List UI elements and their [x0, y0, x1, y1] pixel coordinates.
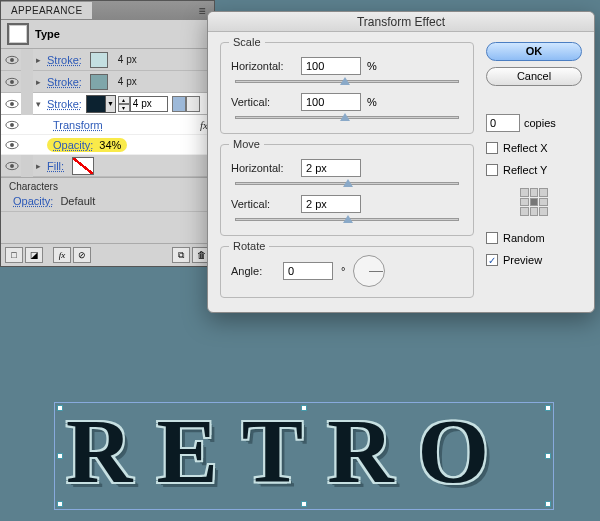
move-legend: Move [229, 138, 264, 150]
stroke-swatch[interactable] [90, 74, 108, 90]
move-h-label: Horizontal: [231, 162, 301, 174]
handle-top-left[interactable] [57, 405, 63, 411]
step-up-icon[interactable]: ▴ [118, 96, 130, 104]
new-fill-button[interactable]: ◪ [25, 247, 43, 263]
stroke-cap-buttons[interactable] [172, 96, 200, 112]
visibility-icon[interactable] [3, 157, 21, 175]
type-header: Type [1, 20, 214, 49]
opacity-value: 34% [99, 139, 121, 151]
stroke-label[interactable]: Stroke: [43, 76, 86, 88]
move-v-slider[interactable] [235, 215, 459, 225]
handle-top-right[interactable] [545, 405, 551, 411]
expand-arrow-icon[interactable]: ▸ [33, 77, 43, 87]
duplicate-button[interactable]: ⧉ [172, 247, 190, 263]
visibility-icon[interactable] [3, 51, 21, 69]
handle-mid-right[interactable] [545, 453, 551, 459]
preview-checkbox[interactable]: ✓ [486, 254, 498, 266]
expand-arrow-icon[interactable]: ▸ [33, 55, 43, 65]
tab-appearance[interactable]: APPEARANCE [1, 2, 92, 19]
scale-v-label: Vertical: [231, 96, 301, 108]
angle-unit: ° [341, 265, 345, 277]
drag-handle[interactable] [21, 71, 33, 93]
collapse-arrow-icon[interactable]: ▾ [33, 99, 43, 109]
copies-input[interactable] [486, 114, 520, 132]
angle-input[interactable] [283, 262, 333, 280]
handle-mid-left[interactable] [57, 453, 63, 459]
transform-link[interactable]: Transform [53, 119, 103, 131]
stroke-row-1[interactable]: ▸ Stroke: 4 px [1, 49, 214, 71]
fill-label[interactable]: Fill: [43, 160, 68, 172]
move-h-input[interactable] [301, 159, 361, 177]
handle-bot-left[interactable] [57, 501, 63, 507]
reflect-x-label: Reflect X [503, 142, 548, 154]
fill-row[interactable]: ▸ Fill: [1, 155, 214, 177]
expand-arrow-icon[interactable]: ▸ [33, 161, 43, 171]
visibility-icon[interactable] [3, 116, 21, 134]
dialog-title: Transform Effect [208, 12, 594, 32]
cancel-button[interactable]: Cancel [486, 67, 582, 86]
scale-h-slider[interactable] [235, 77, 459, 87]
scale-h-input[interactable] [301, 57, 361, 75]
characters-section: Characters Opacity: Default [1, 177, 214, 212]
stroke-weight-input[interactable] [130, 96, 168, 112]
random-checkbox[interactable] [486, 232, 498, 244]
svg-point-9 [10, 143, 14, 147]
transform-effect-row[interactable]: Transform fx [1, 115, 214, 135]
svg-point-1 [10, 58, 14, 62]
new-stroke-button[interactable]: □ [5, 247, 23, 263]
retro-text: RETRO [66, 398, 513, 504]
stroke-weight: 4 px [112, 76, 137, 87]
opacity-default-row[interactable]: Opacity: Default [9, 195, 206, 207]
stroke-label[interactable]: Stroke: [43, 54, 86, 66]
drag-handle[interactable] [21, 155, 33, 177]
reflect-x-checkbox[interactable] [486, 142, 498, 154]
stroke-color-dropdown[interactable]: ▼ [86, 95, 116, 113]
drag-handle[interactable] [21, 93, 33, 115]
stroke-label[interactable]: Stroke: [43, 98, 86, 110]
preview-label: Preview [503, 254, 542, 266]
move-v-input[interactable] [301, 195, 361, 213]
svg-point-7 [10, 123, 14, 127]
opacity-default-value: Default [60, 195, 95, 207]
stroke-row-3-active[interactable]: ▾ Stroke: ▼ ▴▾ [1, 93, 214, 115]
svg-point-3 [10, 80, 14, 84]
scale-v-slider[interactable] [235, 113, 459, 123]
copies-label: copies [524, 117, 556, 129]
angle-dial[interactable] [353, 255, 385, 287]
reference-point-grid[interactable] [520, 188, 548, 216]
stroke-swatch[interactable] [90, 52, 108, 68]
visibility-icon[interactable] [3, 136, 21, 154]
appearance-panel: APPEARANCE ≡ Type ▸ Stroke: 4 px ▸ Strok… [0, 0, 215, 267]
stroke-row-2[interactable]: ▸ Stroke: 4 px [1, 71, 214, 93]
step-down-icon[interactable]: ▾ [118, 104, 130, 112]
add-effect-button[interactable]: fx [53, 247, 71, 263]
angle-label: Angle: [231, 265, 275, 277]
rotate-group: Rotate Angle: ° [220, 246, 474, 298]
scale-unit: % [367, 60, 377, 72]
artwork-selection[interactable]: RETRO [60, 408, 548, 504]
visibility-icon[interactable] [3, 95, 21, 113]
svg-point-11 [10, 164, 14, 168]
opacity-label[interactable]: Opacity: [13, 195, 53, 207]
scale-unit: % [367, 96, 377, 108]
ok-button[interactable]: OK [486, 42, 582, 61]
object-swatch[interactable] [7, 23, 29, 45]
opacity-row[interactable]: Opacity: 34% [1, 135, 214, 155]
move-h-slider[interactable] [235, 179, 459, 189]
move-group: Move Horizontal: Vertical: [220, 144, 474, 236]
stroke-weight: 4 px [112, 54, 137, 65]
panel-spacer [1, 212, 214, 244]
reflect-y-checkbox[interactable] [486, 164, 498, 176]
fill-swatch-none[interactable] [72, 157, 94, 175]
opacity-highlight: Opacity: 34% [47, 138, 127, 152]
drag-handle[interactable] [21, 49, 33, 71]
reflect-y-label: Reflect Y [503, 164, 547, 176]
visibility-icon[interactable] [3, 73, 21, 91]
random-label: Random [503, 232, 545, 244]
scale-h-label: Horizontal: [231, 60, 301, 72]
clear-appearance-button[interactable]: ⊘ [73, 247, 91, 263]
rotate-legend: Rotate [229, 240, 269, 252]
handle-bot-right[interactable] [545, 501, 551, 507]
scale-v-input[interactable] [301, 93, 361, 111]
opacity-label[interactable]: Opacity: [53, 139, 93, 151]
